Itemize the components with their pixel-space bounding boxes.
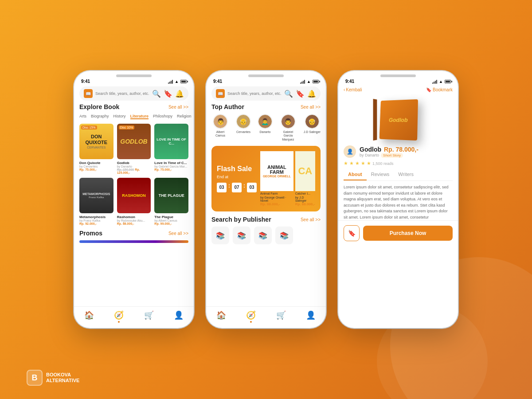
publisher-4[interactable]: 📚 [275, 227, 293, 244]
search-icon-1[interactable]: 🔍 [152, 90, 161, 98]
cat-religion[interactable]: Religion [177, 114, 192, 119]
search-icon-2[interactable]: 🔍 [284, 90, 293, 98]
bottom-nav-2: 🏠 🧭 🛒 👤 [206, 306, 326, 328]
book-cover-meta: METAMORPHOSISFranz Kafka [79, 178, 113, 213]
book-item-love[interactable]: LOVE IN TIME OF C... Love In Time of C..… [154, 124, 188, 174]
author-garcia[interactable]: 👨 Gabriel Garcia Marquez [279, 114, 297, 141]
cat-philosophy[interactable]: Philoshopy [153, 114, 172, 119]
phone1-content: Explore Book See all >> Arts Biography H… [74, 103, 194, 306]
book-item-plague[interactable]: THE PLAGUE The Plague by Albert Camus Rp… [154, 178, 188, 225]
author-avatar-camus: 👨 [213, 114, 228, 129]
book-title-plague: The Plague [154, 215, 188, 219]
author-avatar-danarto: 👨‍🦱 [258, 114, 273, 129]
nav-explore-2[interactable]: 🧭 [246, 310, 256, 323]
disc-badge-2: Disc 10% [119, 125, 135, 129]
bookmark-icon-1[interactable]: 🔖 [164, 90, 172, 98]
flash-sale-title: Flash Sale [217, 165, 257, 173]
flash-book-catcher[interactable]: CA Catcher I... by J.D Salinger Rp. 88.0… [295, 151, 315, 206]
author-salinger[interactable]: 👴 J.D Salinger [304, 114, 321, 141]
explore-see-all[interactable]: See all >> [168, 105, 188, 110]
book-meta: 👤 Godlob Rp. 78.000,- by Danarto Short S… [338, 145, 458, 158]
author-name-camus: Albert Camus [211, 130, 229, 138]
bell-icon-2[interactable]: 🔔 [307, 90, 316, 98]
book-title-rashomon: Rashomon [117, 215, 151, 219]
search-input-1[interactable] [95, 91, 149, 96]
author-avatar-garcia: 👨 [281, 114, 296, 129]
book-author-godlob: by Danarto [117, 165, 151, 168]
nav-profile-2[interactable]: 👤 [306, 310, 316, 323]
cat-arts[interactable]: Arts [79, 114, 86, 119]
phone-3: 9:41 ▲ ‹ Kembali 🔖 Bookmark [338, 71, 458, 328]
tab-writers[interactable]: Writers [394, 169, 418, 180]
logo-text: BOOKOVA ALTERNATIVE [46, 372, 79, 383]
disc-badge-1: Disc 15% [81, 125, 97, 129]
tab-reviews[interactable]: Reviews [367, 169, 394, 180]
time-3: 9:41 [345, 79, 354, 84]
publisher-3[interactable]: 📚 [254, 227, 272, 244]
author-avatar-detail: 👤 [344, 145, 356, 158]
search-input-2[interactable] [227, 91, 282, 96]
book-author-don: by Cervantes [79, 165, 113, 168]
phone-2: 9:41 ▲ 📖 🔍 🔖 🔔 Top Author See all >> [206, 71, 326, 328]
flash-book-catcher-author: by J.D Salinger [295, 196, 315, 202]
cat-literature[interactable]: Literature [130, 114, 149, 119]
back-button[interactable]: ‹ Kembali [344, 87, 362, 92]
nav-home-2[interactable]: 🏠 [216, 310, 226, 323]
purchase-button[interactable]: Purchase Now [363, 226, 453, 241]
book-3d-title: Godlob [389, 116, 408, 123]
book-author-meta: by Franz Kafka [79, 219, 113, 222]
search-bar-1[interactable]: 📖 🔍 🔖 🔔 [79, 86, 188, 101]
nav-explore-1[interactable]: 🧭 [114, 310, 124, 323]
book-detail-price: Rp. 78.000,- [384, 146, 419, 153]
publisher-2[interactable]: 📚 [233, 227, 250, 244]
battery-icon-2 [313, 80, 319, 83]
bookmark-detail-icon: 🔖 [426, 87, 431, 92]
promos-header: Promos See all >> [79, 230, 188, 237]
search-bar-2[interactable]: 📖 🔍 🔖 🔔 [211, 86, 321, 101]
flash-sale-end-label: End at [217, 175, 257, 179]
nav-active-dot-1 [118, 321, 120, 323]
tab-about[interactable]: About [344, 169, 367, 180]
book-item-godlob[interactable]: Disc 10% GODLOB Godlob by Danarto Rp. 15… [117, 124, 151, 174]
book-item-meta[interactable]: METAMORPHOSISFranz Kafka Metamorphosis b… [79, 178, 113, 225]
promos-title: Promos [79, 230, 102, 237]
author-camus[interactable]: 👨 Albert Camus [211, 114, 229, 141]
star-1: ★ [344, 160, 348, 166]
detail-tabs: About Reviews Writers [344, 169, 453, 181]
author-name-cervantes: Cervantes [236, 130, 250, 134]
top-author-see-all[interactable]: See all >> [301, 105, 321, 110]
publisher-see-all[interactable]: See all >> [301, 217, 321, 222]
author-danarto[interactable]: 👨‍🦱 Danarto [258, 114, 273, 141]
nav-cart-1[interactable]: 🛒 [144, 310, 154, 323]
flash-book-animal[interactable]: ANIMALFARM GEORGE ORWELL Animal Farm by … [260, 151, 293, 206]
promos-see-all[interactable]: See all >> [168, 231, 188, 236]
bottom-nav-1: 🏠 🧭 🛒 👤 [74, 306, 194, 328]
nav-home-1[interactable]: 🏠 [84, 310, 94, 323]
logo-line2: ALTERNATIVE [46, 378, 79, 383]
cat-history[interactable]: History [113, 114, 126, 119]
phone2-content: Top Author See all >> 👨 Albert Camus 👴 C… [206, 103, 326, 306]
nav-profile-1[interactable]: 👤 [174, 310, 184, 323]
status-bar-2: 9:41 ▲ [206, 77, 326, 85]
app-logo-1: 📖 [84, 89, 93, 98]
star-row: ★ ★ ★ ★ ★ 1,500 reads [338, 160, 458, 169]
status-bar-3: 9:41 ▲ [338, 77, 458, 85]
bookmark-button[interactable]: 🔖 Bookmark [426, 87, 453, 92]
publisher-1[interactable]: 📚 [211, 227, 229, 244]
book-price-rashomon: Rp. 88.000,- [117, 222, 151, 225]
author-name-danarto: Danarto [259, 130, 270, 134]
bookmark-action-button[interactable]: 🔖 [344, 225, 360, 241]
book-item-don-quixote[interactable]: Disc 15% DON QUIXOTE CERVANTES Don Quixo… [79, 124, 113, 174]
categories-bar: Arts Biography History Literature Philos… [79, 114, 188, 119]
nav-cart-2[interactable]: 🛒 [276, 310, 286, 323]
author-avatar-salinger: 👴 [305, 114, 320, 129]
bell-icon-1[interactable]: 🔔 [175, 90, 184, 98]
book-item-rashomon[interactable]: RASHOMON Rashomon by Ryūnosuke Aku... Rp… [117, 178, 151, 225]
cat-biography[interactable]: Biography [91, 114, 109, 119]
bookmark-icon-2[interactable]: 🔖 [296, 90, 305, 98]
status-icons-2: ▲ [300, 79, 319, 84]
author-cervantes[interactable]: 👴 Cervantes [236, 114, 251, 141]
time-2: 9:41 [213, 79, 222, 84]
back-label: Kembali [346, 87, 362, 92]
book-price-plague: Rp. 99.000,- [154, 222, 188, 225]
